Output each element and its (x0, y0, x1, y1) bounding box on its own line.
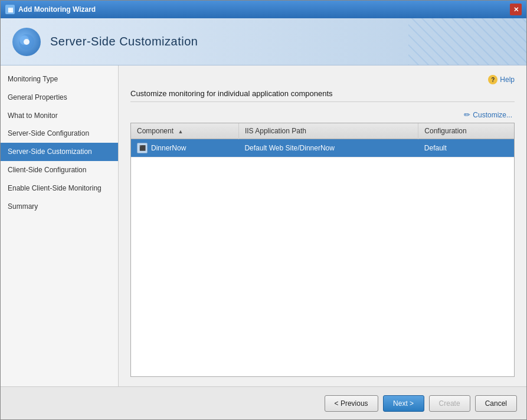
sidebar-item-server-side-config[interactable]: Server-Side Configuration (1, 124, 118, 143)
customize-row: ✏ Customize... (130, 109, 515, 120)
component-name: DinnerNow (151, 144, 186, 152)
sidebar-item-what-to-monitor[interactable]: What to Monitor (1, 107, 118, 125)
header-decoration (408, 18, 526, 65)
header-icon (12, 28, 41, 56)
wizard-window: ▦ Add Monitoring Wizard ✕ Server-Side Cu… (0, 0, 527, 420)
next-button[interactable]: Next > (383, 395, 424, 412)
column-component-label: Component (137, 127, 174, 135)
cell-iis-path: Default Web Site/DinnerNow (238, 139, 418, 158)
sidebar-item-server-side-customization[interactable]: Server-Side Customization (1, 143, 118, 161)
table-row[interactable]: ⬛ DinnerNow Default Web Site/DinnerNow D… (131, 139, 514, 158)
header-title: Server-Side Customization (50, 35, 198, 48)
component-icon: ⬛ (137, 143, 148, 153)
section-title: Customize monitoring for individual appl… (130, 89, 515, 102)
sidebar-item-client-side-config[interactable]: Client-Side Configuration (1, 161, 118, 179)
svg-point-2 (24, 39, 30, 45)
components-table: Component ▲ IIS Application Path Configu… (131, 123, 514, 158)
window-title: Add Monitoring Wizard (18, 5, 96, 14)
main-layout: Monitoring TypeGeneral PropertiesWhat to… (1, 65, 526, 386)
sort-arrow: ▲ (178, 129, 183, 134)
wizard-icon: ▦ (5, 5, 15, 14)
cell-configuration: Default (418, 139, 514, 158)
help-icon: ? (488, 75, 497, 84)
footer: < Previous Next > Create Cancel (1, 386, 526, 419)
help-link[interactable]: ? Help (488, 75, 515, 84)
table-body: ⬛ DinnerNow Default Web Site/DinnerNow D… (131, 139, 514, 158)
create-button[interactable]: Create (429, 395, 470, 412)
previous-button[interactable]: < Previous (325, 395, 378, 412)
cell-component-content: ⬛ DinnerNow (137, 143, 233, 153)
table-header: Component ▲ IIS Application Path Configu… (131, 123, 514, 139)
sidebar-item-general-properties[interactable]: General Properties (1, 88, 118, 107)
help-label: Help (500, 76, 515, 84)
close-button[interactable]: ✕ (510, 4, 522, 15)
column-configuration: Configuration (418, 123, 514, 139)
header-svg-icon (18, 34, 35, 50)
content-area: ? Help Customize monitoring for individu… (119, 65, 526, 386)
column-config-label: Configuration (424, 127, 466, 135)
sidebar: Monitoring TypeGeneral PropertiesWhat to… (1, 65, 119, 386)
sidebar-item-monitoring-type[interactable]: Monitoring Type (1, 70, 118, 88)
column-component: Component ▲ (131, 123, 238, 139)
table-container: Component ▲ IIS Application Path Configu… (130, 123, 515, 377)
sidebar-item-summary[interactable]: Summary (1, 198, 118, 216)
cell-component: ⬛ DinnerNow (131, 139, 238, 158)
title-bar: ▦ Add Monitoring Wizard ✕ (1, 1, 526, 18)
cancel-button[interactable]: Cancel (475, 395, 517, 412)
pencil-icon: ✏ (464, 110, 470, 119)
customize-button-label: Customize... (473, 111, 512, 119)
column-iis-label: IIS Application Path (245, 127, 306, 135)
header-banner: Server-Side Customization (1, 18, 526, 65)
sidebar-item-enable-client-monitoring[interactable]: Enable Client-Side Monitoring (1, 179, 118, 198)
title-bar-left: ▦ Add Monitoring Wizard (5, 5, 96, 14)
header-row: Component ▲ IIS Application Path Configu… (131, 123, 514, 139)
customize-button[interactable]: ✏ Customize... (461, 109, 515, 120)
column-iis-path: IIS Application Path (238, 123, 418, 139)
help-row: ? Help (130, 75, 515, 84)
